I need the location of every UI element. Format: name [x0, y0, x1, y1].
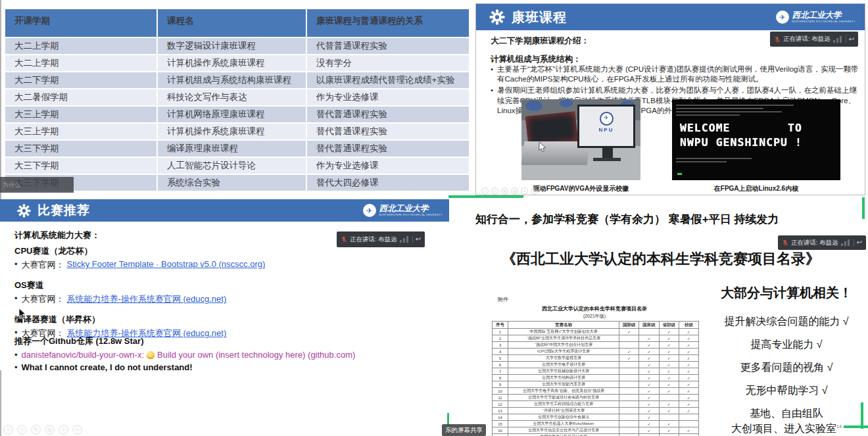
doc-row: 16全国大学生信息安全技术与产品设计竞赛✓✓✓ [493, 427, 699, 434]
doc-cell: ✓ [659, 368, 679, 375]
doc-row: 13“外研社杯”全国英语大赛✓✓✓ [493, 408, 699, 414]
table-cell: 替代大四必修课 [307, 175, 469, 191]
doc-column-header: 校级 [679, 322, 698, 329]
doc-cell: ✓ [639, 342, 659, 349]
doc-competition-name: “外研社杯”全国英语大赛 [508, 408, 619, 414]
doc-cell: ✓ [639, 362, 659, 368]
reply-arrow-icon[interactable]: ↩ [857, 239, 862, 246]
share-border [448, 195, 523, 198]
speaking-indicator: 正在讲话: 布益远 ↩ [770, 32, 858, 47]
page-number: 14 [836, 424, 842, 429]
gear-icon [17, 204, 31, 218]
doc-cell [619, 427, 639, 434]
competition-link[interactable]: 系统能力培养-操作系统赛官网 (educg.net) [67, 293, 227, 305]
doc-cell: ✓ [639, 355, 659, 362]
divider [854, 239, 854, 247]
prev-slide-button[interactable]: ‹ [481, 187, 489, 195]
muted-mic-icon [774, 36, 781, 43]
bullet-item: •大赛官网：系统能力培养-操作系统赛官网 (educg.net) [14, 293, 435, 305]
doc-header-row: 序号竞赛名称国际级国家级省部级校级 [493, 322, 699, 329]
github-link[interactable]: Build your own (insert technology here) … [157, 350, 355, 360]
doc-cell: ✓ [659, 401, 679, 408]
doc-row: 2“挑战杯”全国大学生课外学术科技作品竞赛✓✓✓ [493, 335, 699, 342]
table-cell: 大三下学期 [5, 141, 158, 157]
doc-cell: 17 [493, 434, 508, 436]
doc-row: 5大学生数学建模竞赛✓✓✓✓ [493, 355, 699, 362]
reply-arrow-icon[interactable]: ↩ [416, 236, 421, 243]
doc-cell: 8 [493, 375, 508, 381]
doc-cell: ✓ [639, 349, 659, 355]
table-cell: 作为专业选修课 [307, 158, 469, 174]
table-cell: 编译原理康班课程 [158, 141, 307, 157]
doc-cell: ✓ [659, 408, 679, 414]
doc-cell: ✓ [639, 395, 659, 401]
reply-arrow-icon[interactable]: ↩ [849, 36, 854, 43]
doc-competition-name: 全国大学生机械创新设计大赛 [508, 368, 619, 375]
doc-cell: 4 [493, 349, 508, 355]
university-emblem-icon: ✈ [363, 204, 376, 217]
zoom-out-button[interactable]: − [531, 187, 538, 195]
laser-pointer-button[interactable]: ◎ [511, 187, 518, 195]
photo-caption: 驱动FPGAV的VGA外设显示校徽 [521, 184, 640, 193]
prev-slide-button[interactable]: ‹ [3, 425, 13, 435]
doc-competition-name: 中国大学生计算机设计大赛 [508, 434, 619, 436]
next-slide-button[interactable]: › [17, 425, 27, 435]
doc-cell [659, 414, 679, 421]
speaking-label: 正在讲话: 布益远 [783, 35, 831, 43]
next-slide-button[interactable]: › [491, 187, 498, 195]
doc-cell: ✓ [659, 381, 679, 388]
bullet-item: •主要基于“龙芯杯”计算机系统能力大赛 (CPU设计赛道)团队赛提供的测试用例，… [491, 64, 859, 84]
doc-row: 17中国大学生计算机设计大赛✓✓ [493, 434, 699, 436]
table-row: 大三上学期计算机操作系统康班课程替代普通课程实验 [5, 124, 469, 139]
doc-row: 10全国大学生电子商务“创新、创意及创业”挑战赛✓✓✓ [493, 388, 699, 395]
table-row: 大三下学期系统综合实验替代大四必修课 [5, 175, 469, 191]
doc-column-header: 竞赛名称 [508, 322, 619, 329]
doc-cell [619, 434, 639, 436]
terminal-photo: WELCOME TO NWPU GENSHINCPU ! [672, 99, 840, 180]
doc-competition-name: 全国大学生机器人大赛RoboMaster [508, 421, 619, 427]
zoom-out-button[interactable]: − [72, 425, 82, 435]
zoom-in-button[interactable]: + [521, 187, 528, 195]
doc-competition-name: 全国大学生电子设计竞赛 [508, 362, 619, 368]
table-cell: 大三上学期 [5, 107, 158, 122]
doc-cell: ✓ [679, 381, 698, 388]
doc-cell: ✓ [659, 434, 679, 436]
doc-cell: ✓ [639, 388, 659, 395]
bullet-item: • danistefanovic/build-your-own-x: Build… [14, 350, 442, 360]
table-cell: 大二下学期 [5, 72, 158, 88]
quote-text: What I cannot create, I do not understan… [22, 362, 193, 372]
table-cell: 大三下学期 [5, 158, 158, 174]
doc-cell: 5 [493, 355, 508, 362]
doc-cell [619, 375, 639, 381]
slide-title-bar: 康班课程 ✈ 西北工业大学 NORTHWESTERN POLYTECHNICAL… [476, 4, 865, 30]
doc-cell: ✓ [659, 427, 679, 434]
doc-cell [619, 408, 639, 414]
doc-competition-name: 全国大学生节能减排社会实践与科技竞赛 [508, 395, 619, 401]
table-cell: 代替普通课程实验 [307, 38, 469, 54]
column-header: 康班课程与普通课程的关系 [307, 9, 469, 37]
pen-tool-button[interactable]: ✎ [501, 187, 508, 195]
doc-cell [619, 414, 639, 421]
slide-title: 比赛推荐 [37, 202, 90, 219]
table-cell: 计算机操作系统康班课程 [158, 55, 307, 71]
doc-cell: ✓ [639, 427, 659, 434]
doc-cell: ✓ [679, 375, 698, 381]
zoom-in-button[interactable]: + [59, 425, 68, 435]
doc-row: 11全国大学生节能减排社会实践与科技竞赛✓✓ [493, 395, 699, 401]
doc-competition-name: 全国大学生工程训练综合能力竞赛 [508, 401, 619, 408]
competition-link[interactable]: Sticky Footer Template · Bootstrap v5.0 … [67, 259, 266, 271]
doc-cell [619, 335, 639, 342]
pen-tool-button[interactable]: ✎ [31, 425, 41, 435]
doc-cell: 12 [493, 401, 508, 408]
npu-roundel-icon: ✈ [600, 112, 614, 126]
github-link[interactable]: danistefanovic/build-your-own-x: [22, 350, 144, 360]
doc-cell: ✓ [679, 388, 698, 395]
doc-cell: ✓ [659, 355, 679, 362]
section-heading: 计算机系统能力大赛： [14, 230, 100, 241]
doc-cell: 14 [493, 414, 508, 421]
muted-mic-icon [782, 239, 788, 246]
doc-cell: ✓ [659, 375, 679, 381]
laser-pointer-button[interactable]: ◎ [45, 425, 55, 435]
doc-competition-name: 大学生数学建模竞赛 [508, 355, 619, 362]
table-cell: 科技论文写作与表达 [158, 89, 307, 105]
